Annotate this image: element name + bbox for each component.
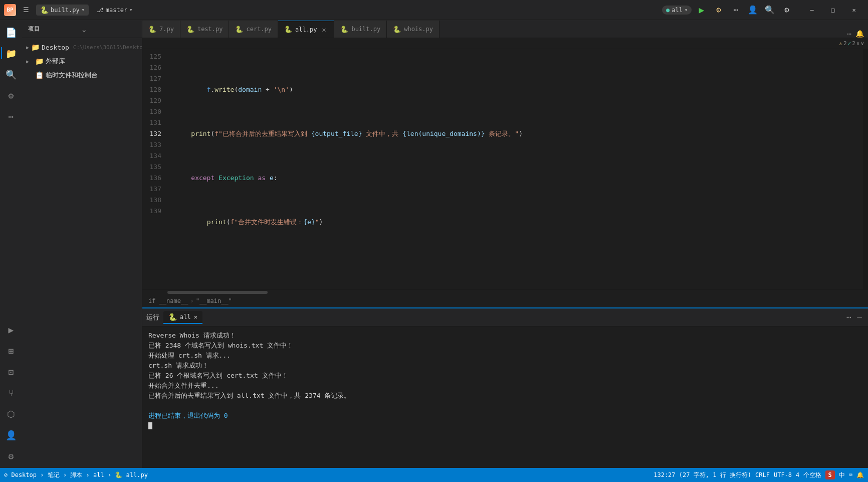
activity-extensions[interactable]: ⚙ bbox=[1, 85, 21, 105]
code-editor[interactable]: 125 126 127 128 129 130 131 132 133 134 … bbox=[142, 49, 868, 307]
terminal-tab-label: all bbox=[180, 313, 191, 320]
sidebar-tree: ▶ 📁 Desktop C:\Users\30615\Desktop ▶ 📁 外… bbox=[22, 38, 142, 468]
status-extra1[interactable]: ⌨ bbox=[849, 471, 852, 478]
titlebar: BP ☰ 🐍 built.py ▾ ⎇ master ▾ ● all ▾ ▶ ⚙… bbox=[0, 0, 868, 20]
main-layout: 📄 📁 🔍 ⚙ ⋯ ▶ ⊞ ⊡ ⑂ ⬡ 👤 ⚙ 项目 ⌄ ▶ 📁 Desktop… bbox=[0, 20, 868, 468]
activity-debug[interactable]: ⬡ bbox=[1, 404, 21, 424]
tab-label-whoispy: whois.py bbox=[404, 26, 433, 33]
account-button[interactable]: 👤 bbox=[746, 3, 760, 17]
tree-label-desktop: Desktop bbox=[42, 44, 69, 51]
tree-label-temp: 临时文件和控制台 bbox=[46, 71, 138, 80]
line-numbers: 125 126 127 128 129 130 131 132 133 134 … bbox=[142, 49, 167, 289]
search-button[interactable]: 🔍 bbox=[763, 3, 777, 17]
tree-item-temp[interactable]: 📋 临时文件和控制台 bbox=[22, 68, 142, 82]
activity-settings-bottom[interactable]: ⚙ bbox=[1, 446, 21, 466]
tab-close-allpy[interactable]: ✕ bbox=[320, 26, 328, 34]
activity-run[interactable]: ▶ bbox=[1, 319, 21, 340]
tab-whoispy[interactable]: 🐍 whois.py bbox=[387, 21, 440, 38]
status-lang[interactable]: 中 bbox=[839, 471, 845, 479]
tab-testpy[interactable]: 🐍 test.py bbox=[180, 21, 230, 38]
code-scroll-area[interactable]: 125 126 127 128 129 130 131 132 133 134 … bbox=[142, 49, 868, 289]
check-count: 2 bbox=[852, 40, 855, 47]
code-line-127: except Exception as e: bbox=[175, 173, 863, 184]
debug-button[interactable]: ⚙ bbox=[712, 3, 726, 17]
activity-more[interactable]: ⋯ bbox=[1, 106, 21, 126]
scroll-up[interactable]: ∧ bbox=[856, 40, 860, 47]
terminal-line-exit: 进程已结束，退出代码为 0 bbox=[148, 411, 862, 421]
tree-item-external[interactable]: ▶ 📁 外部库 bbox=[22, 54, 142, 68]
activity-git[interactable]: ⑂ bbox=[1, 383, 21, 403]
terminal-tab-all[interactable]: 🐍 all ✕ bbox=[163, 311, 202, 324]
tab-7py[interactable]: 🐍 7.py bbox=[142, 21, 180, 38]
tab-notification-btn[interactable]: 🔔 bbox=[853, 30, 866, 38]
maximize-button[interactable]: □ bbox=[823, 3, 843, 18]
terminal-more-btn[interactable]: ⋯ bbox=[844, 311, 853, 323]
terminal-tab-close[interactable]: ✕ bbox=[194, 313, 197, 320]
warning-bar: ⚠ 2 ✓ 2 ∧ ∨ bbox=[142, 38, 868, 49]
run-button[interactable]: ▶ bbox=[695, 3, 709, 17]
ln-132: 132 bbox=[142, 128, 167, 139]
breadcrumb-part-2[interactable]: "__main__" bbox=[196, 297, 232, 304]
file-icon-temp: 📋 bbox=[35, 71, 44, 79]
status-encoding[interactable]: UTF-8 bbox=[774, 471, 792, 478]
branch-selector[interactable]: ⎇ master ▾ bbox=[93, 5, 136, 15]
breadcrumb: if __name__ › "__main__" bbox=[142, 294, 868, 307]
terminal-line-1: Reverse Whois 请求成功！ bbox=[148, 331, 862, 341]
breadcrumb-part-1[interactable]: if __name__ bbox=[148, 297, 188, 304]
run-config-badge[interactable]: ● all ▾ bbox=[662, 6, 692, 15]
scroll-down[interactable]: ∨ bbox=[860, 40, 864, 47]
code-content[interactable]: f.write(domain + '\n') print(f"已将合并后的去重结… bbox=[167, 49, 863, 289]
folder-icon-desktop: 📁 bbox=[31, 43, 40, 51]
sidebar-header: 项目 ⌄ bbox=[22, 20, 142, 38]
menu-button[interactable]: ☰ bbox=[20, 4, 32, 16]
tree-label-external: 外部库 bbox=[46, 57, 138, 66]
status-sougou[interactable]: S bbox=[825, 470, 835, 479]
tab-more-btn[interactable]: ⋯ bbox=[845, 30, 853, 38]
tree-arrow-desktop: ▶ bbox=[26, 45, 29, 50]
tab-certpy[interactable]: 🐍 cert.py bbox=[229, 21, 278, 38]
status-extra1-icon: ⌨ bbox=[849, 471, 852, 478]
folder-icon-external: 📁 bbox=[35, 57, 44, 65]
status-extra2-icon: 🔔 bbox=[856, 471, 864, 478]
sidebar-collapse-btn[interactable]: ⌄ bbox=[82, 25, 136, 33]
branch-icon: ⎇ bbox=[97, 7, 104, 14]
status-breadcrumb[interactable]: ⊘ Desktop › 笔记 › 脚本 › all › 🐍 all.py bbox=[4, 471, 148, 479]
status-extra2[interactable]: 🔔 bbox=[856, 471, 864, 478]
ln-125: 125 bbox=[142, 51, 167, 62]
terminal-minimize-btn[interactable]: — bbox=[855, 311, 864, 323]
tab-label-allpy: all.py bbox=[295, 26, 317, 33]
tab-icon-builtpy: 🐍 bbox=[340, 26, 348, 33]
status-position[interactable]: 132:27 (27 字符, 1 行 换行符) bbox=[654, 471, 751, 479]
h-scrollbar[interactable] bbox=[142, 289, 868, 294]
ln-134: 134 bbox=[142, 150, 167, 162]
settings-button[interactable]: ⚙ bbox=[780, 3, 794, 17]
activity-search[interactable]: 🔍 bbox=[1, 64, 21, 84]
project-selector[interactable]: 🐍 built.py ▾ bbox=[36, 5, 89, 16]
terminal-header: 运行 🐍 all ✕ ⋯ — bbox=[142, 308, 868, 327]
tab-builtpy[interactable]: 🐍 built.py bbox=[334, 21, 387, 38]
activity-account[interactable]: 👤 bbox=[1, 425, 21, 445]
activity-terminal[interactable]: ⊡ bbox=[1, 362, 21, 382]
code-line-125: f.write(domain + '\n') bbox=[175, 84, 863, 95]
activity-layers[interactable]: ⊞ bbox=[1, 341, 21, 361]
status-crlf-text: CRLF bbox=[755, 471, 770, 478]
tab-icon-certpy: 🐍 bbox=[235, 26, 243, 33]
terminal-exit-link[interactable]: 进程已结束，退出代码为 0 bbox=[148, 412, 228, 419]
minimize-button[interactable]: — bbox=[802, 3, 822, 18]
tab-allpy[interactable]: 🐍 all.py ✕ bbox=[278, 21, 334, 38]
tree-item-desktop[interactable]: ▶ 📁 Desktop C:\Users\30615\Desktop bbox=[22, 40, 142, 54]
tab-bar-actions: ⋯ 🔔 bbox=[843, 30, 868, 38]
terminal-line-8 bbox=[148, 401, 862, 411]
status-crlf[interactable]: CRLF bbox=[755, 471, 770, 478]
activity-explorer[interactable]: 📁 bbox=[1, 43, 21, 63]
app-logo: BP bbox=[4, 4, 16, 16]
close-button[interactable]: ✕ bbox=[844, 3, 864, 18]
code-line-128: print(f"合并文件时发生错误：{e}") bbox=[175, 217, 863, 228]
h-scroll-thumb[interactable] bbox=[167, 291, 268, 294]
more-button[interactable]: ⋯ bbox=[729, 3, 743, 17]
activity-new-file[interactable]: 📄 bbox=[1, 22, 21, 42]
terminal-line-4: crt.sh 请求成功！ bbox=[148, 361, 862, 371]
tab-icon-allpy: 🐍 bbox=[284, 26, 292, 33]
terminal-body[interactable]: Reverse Whois 请求成功！ 已将 2348 个域名写入到 whois… bbox=[142, 327, 868, 468]
status-spaces[interactable]: 4 个空格 bbox=[796, 471, 821, 479]
